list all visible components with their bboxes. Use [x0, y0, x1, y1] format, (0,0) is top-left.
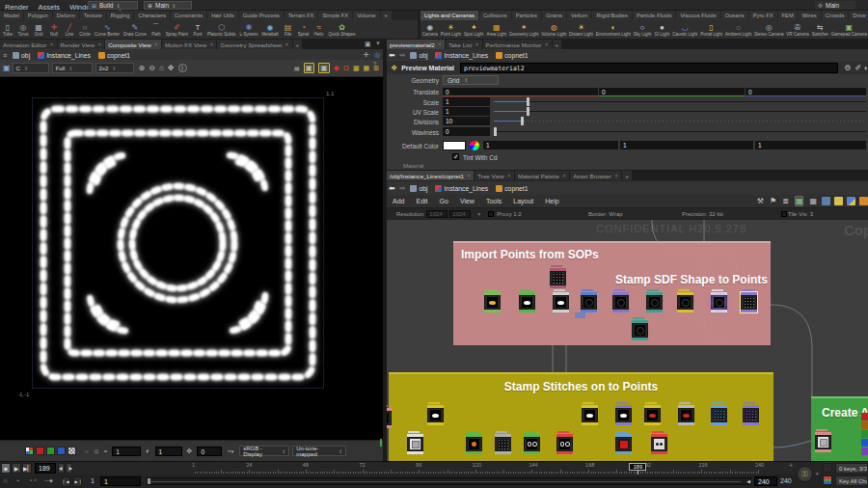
- close-icon[interactable]: ✕: [562, 173, 566, 178]
- shelf-tool-gi-light[interactable]: ●GI Light: [653, 23, 671, 37]
- shelf-tool-null[interactable]: ✛Null: [46, 23, 62, 37]
- range-slider-right-handle[interactable]: ◀: [746, 478, 750, 484]
- shelf-tool-vr-camera[interactable]: ✇VR Camera: [785, 23, 810, 37]
- shelf-tool-switcher[interactable]: ⇆Switcher: [810, 23, 829, 37]
- translate-x-field[interactable]: 0: [443, 88, 598, 96]
- pane-menu-icon[interactable]: ▼: [375, 41, 381, 46]
- network-node[interactable]: [387, 408, 392, 428]
- netmenu-add[interactable]: Add: [387, 198, 410, 204]
- gamma-field[interactable]: 0: [197, 447, 222, 456]
- tab-item[interactable]: +: [622, 171, 632, 180]
- help-icon[interactable]: ?: [373, 61, 376, 67]
- green-channel-icon[interactable]: [46, 447, 55, 455]
- tonemap-dropdown[interactable]: Un-tone-mapped⇕: [292, 446, 346, 456]
- netmenu-tools[interactable]: Tools: [480, 198, 507, 204]
- shelf-tool-area-light[interactable]: ▦Area Light: [485, 23, 508, 37]
- scale-field[interactable]: 1: [443, 97, 490, 106]
- network-node[interactable]: [581, 292, 597, 312]
- tab-obj-instance-lines-copnet1[interactable]: /obj/Instance_Lines/copnet1✕: [387, 171, 474, 180]
- tab-item[interactable]: +: [553, 40, 562, 49]
- alpha-channel-icon[interactable]: [68, 447, 76, 455]
- channel-dropdown[interactable]: C⇕: [13, 63, 49, 73]
- shelf-tool-file[interactable]: ▤File: [281, 23, 296, 37]
- palette-color[interactable]: [861, 421, 868, 429]
- netmenu-view[interactable]: View: [454, 198, 480, 204]
- shelf-tool-metaball[interactable]: ◉Metaball: [260, 23, 281, 37]
- color-wheel-icon[interactable]: [470, 141, 479, 150]
- shelf-tab-particles[interactable]: Particles: [512, 11, 541, 20]
- shelf-tab-vellum[interactable]: Vellum: [567, 11, 591, 20]
- network-node[interactable]: [615, 434, 632, 454]
- palette-color[interactable]: [861, 430, 868, 438]
- shelf-tool-sky-light[interactable]: ○Sky Light: [632, 23, 653, 37]
- scope-icon[interactable]: —◆: [44, 477, 53, 483]
- shelf-tab-item[interactable]: +: [381, 11, 392, 20]
- close-icon[interactable]: ✕: [97, 41, 101, 47]
- path-item-obj[interactable]: obj: [10, 52, 33, 59]
- waviness-slider[interactable]: [494, 131, 866, 132]
- tab-previewmaterial2[interactable]: previewmaterial2✕: [387, 40, 445, 49]
- shelf-tab-constraints[interactable]: Constraints: [171, 11, 206, 20]
- close-icon[interactable]: ✕: [614, 173, 618, 178]
- path-item-instance-lines[interactable]: Instance_Lines: [432, 52, 491, 59]
- uvscale-field[interactable]: 1: [443, 107, 490, 116]
- zoom-out-icon[interactable]: ⊖: [149, 64, 155, 72]
- playback-range-slider[interactable]: ◀: [147, 477, 751, 485]
- toggle-tiles-icon[interactable]: ▣: [304, 63, 315, 73]
- shelf-tool-spiral[interactable]: ◔Spiral: [296, 23, 312, 37]
- network-node[interactable]: [612, 292, 629, 312]
- node-name-input[interactable]: previewmaterial2: [460, 63, 838, 73]
- translate-z-field[interactable]: 0: [746, 88, 866, 96]
- grid-snap-on-icon[interactable]: ▦: [795, 196, 804, 206]
- waviness-slider-handle[interactable]: [494, 127, 497, 136]
- network-node[interactable]: [407, 434, 423, 454]
- back-icon[interactable]: ⬅: [389, 184, 395, 193]
- shelf-tab-deform[interactable]: Deform: [53, 11, 79, 20]
- shelf-tool-caustic-light[interactable]: ◡Caustic Light: [671, 23, 699, 37]
- flag-icon[interactable]: ⚑: [770, 197, 776, 205]
- shelf-tool-point-light[interactable]: ☀Point Light: [439, 23, 462, 37]
- shelf-tool-l-system[interactable]: ❋L-System: [238, 23, 260, 37]
- path-item-instance-lines[interactable]: Instance_Lines: [35, 52, 94, 59]
- audio-icon[interactable]: ∩: [3, 477, 8, 484]
- close-icon[interactable]: ✕: [544, 41, 548, 47]
- global-anim-icon[interactable]: ◔: [15, 477, 19, 484]
- key-options-icon[interactable]: ⚬⚬: [29, 477, 37, 483]
- palette-color[interactable]: [861, 447, 868, 455]
- network-node[interactable]: [677, 292, 693, 312]
- path-item-copnet1[interactable]: copnet1: [95, 52, 133, 59]
- range-start-button[interactable]: ▏◀: [62, 476, 70, 487]
- tab-take-list[interactable]: Take List✕: [446, 40, 482, 49]
- back-icon[interactable]: ⬅: [389, 51, 395, 60]
- scale-slider[interactable]: [494, 101, 866, 102]
- divisions-slider[interactable]: [524, 121, 866, 122]
- shelf-tab-crowds[interactable]: Crowds: [822, 11, 849, 20]
- network-node[interactable]: [524, 434, 540, 454]
- shelf-tool-geometry-light[interactable]: ✶Geometry Light: [507, 23, 539, 37]
- geometry-dropdown[interactable]: Grid⇕: [443, 75, 499, 85]
- tab-render-view[interactable]: Render View✕: [58, 40, 105, 49]
- network-node[interactable]: [741, 292, 757, 312]
- pane-split-icon[interactable]: ▣: [365, 41, 371, 48]
- shelf-tab-lights-and-cameras[interactable]: Lights and Cameras: [420, 11, 478, 20]
- network-node[interactable]: [743, 405, 759, 425]
- shelf-tab-collisions[interactable]: Collisions: [479, 11, 511, 20]
- tab-material-palette[interactable]: Material Palette✕: [515, 171, 569, 180]
- key-dropdown-icon[interactable]: ▾: [816, 471, 819, 476]
- scene-selector[interactable]: ⊕ Main ⇕: [144, 1, 192, 10]
- uvscale-slider[interactable]: [494, 111, 866, 112]
- blue-channel-icon[interactable]: [57, 447, 66, 455]
- step-back-button[interactable]: ◀▏: [58, 463, 65, 474]
- add-icon[interactable]: +: [789, 462, 793, 469]
- network-node[interactable]: [644, 405, 661, 425]
- forward-icon[interactable]: ➡: [399, 184, 406, 193]
- home-view-icon[interactable]: ⌂: [159, 64, 164, 72]
- shelf-tab-model[interactable]: Model: [0, 11, 23, 20]
- network-editor-canvas[interactable]: CONFIDENTIAL H20.5.278 Copernicus Import…: [387, 220, 868, 461]
- close-icon[interactable]: ✕: [154, 41, 158, 47]
- network-node[interactable]: [550, 268, 566, 288]
- path-item-obj[interactable]: obj: [407, 185, 430, 192]
- image-edit-icon[interactable]: [822, 197, 830, 205]
- keys-status-button[interactable]: 0 keys, 3/3 ch: [835, 463, 868, 474]
- network-node[interactable]: [651, 434, 667, 454]
